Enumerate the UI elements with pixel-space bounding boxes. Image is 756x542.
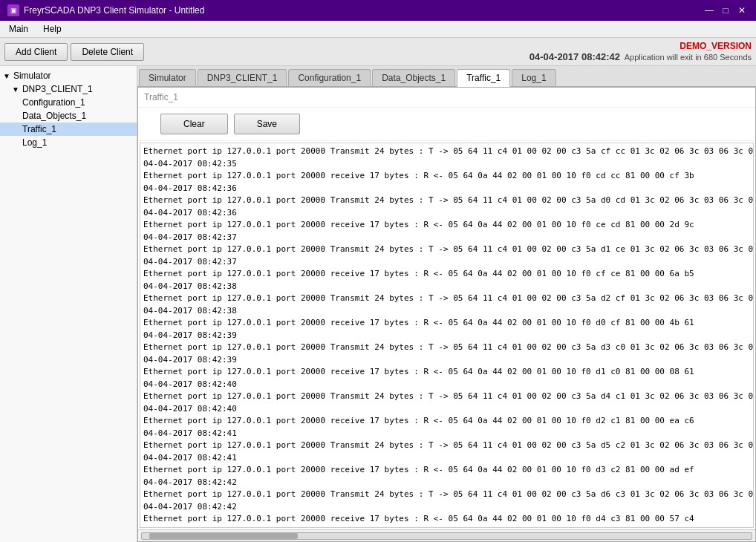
app-icon: ▣	[7, 4, 19, 16]
sidebar-item-label: Traffic_1	[22, 124, 56, 134]
log-entry: Ethernet port ip 127.0.0.1 port 20000 re…	[143, 170, 750, 183]
right-panel: SimulatorDNP3_CLIENT_1Configuration_1Dat…	[137, 66, 756, 542]
window-controls: — □ ✕	[703, 4, 749, 17]
toolbar-datetime: 04-04-2017 08:42:42	[529, 51, 620, 62]
save-button[interactable]: Save	[234, 114, 300, 134]
tab-dnp3-client-1[interactable]: DNP3_CLIENT_1	[198, 69, 287, 86]
log-entry: 04-04-2017 08:42:40	[143, 379, 750, 391]
tab-traffic-1[interactable]: Traffic_1	[457, 69, 510, 87]
delete-client-button[interactable]: Delete Client	[71, 43, 144, 61]
tab-configuration-1[interactable]: Configuration_1	[288, 69, 371, 86]
log-entry: Ethernet port ip 127.0.0.1 port 20000 re…	[143, 513, 750, 526]
log-entry: 04-04-2017 08:42:38	[143, 305, 750, 318]
menu-bar: Main Help	[0, 21, 756, 38]
log-entry: Ethernet port ip 127.0.0.1 port 20000 Tr…	[143, 489, 750, 501]
sidebar-item-data-objects-1[interactable]: Data_Objects_1	[0, 109, 137, 123]
demo-version-label: DEMO_VERSION	[680, 41, 752, 51]
log-entry: Ethernet port ip 127.0.0.1 port 20000 Tr…	[143, 195, 750, 207]
clear-button[interactable]: Clear	[160, 114, 228, 134]
title-bar: ▣ FreyrSCADA DNP3 Client Simulator - Unt…	[0, 0, 756, 21]
tab-data-objects-1[interactable]: Data_Objects_1	[372, 69, 455, 86]
log-entry: Ethernet port ip 127.0.0.1 port 20000 Tr…	[143, 293, 750, 305]
toolbar-buttons: Add Client Delete Client	[4, 43, 144, 61]
tab-bar: SimulatorDNP3_CLIENT_1Configuration_1Dat…	[137, 66, 756, 87]
log-entry: 04-04-2017 08:42:41	[143, 452, 750, 465]
log-entry: 04-04-2017 08:42:36	[143, 183, 750, 195]
log-entry: 04-04-2017 08:42:35	[143, 158, 750, 171]
sidebar-item-label: Configuration_1	[22, 97, 85, 108]
sidebar-item-label: Log_1	[22, 137, 47, 148]
tree-arrow-icon: ▼	[12, 85, 19, 94]
log-entry: 04-04-2017 08:42:41	[143, 428, 750, 440]
log-entry: 04-04-2017 08:42:38	[143, 281, 750, 293]
sidebar-item-label: Data_Objects_1	[22, 111, 86, 121]
log-entry: Ethernet port ip 127.0.0.1 port 20000 Tr…	[143, 244, 750, 256]
scroll-thumb[interactable]	[149, 533, 298, 539]
sidebar-item-configuration-1[interactable]: Configuration_1	[0, 96, 137, 109]
tab-log-1[interactable]: Log_1	[512, 69, 555, 86]
toolbar-time-row: 04-04-2017 08:42:42 Application will exi…	[529, 51, 752, 62]
log-entry: 04-04-2017 08:42:36	[143, 207, 750, 220]
minimize-button[interactable]: —	[703, 4, 716, 17]
sidebar-item-label: Simulator	[13, 71, 51, 81]
tab-simulator[interactable]: Simulator	[139, 69, 196, 86]
window-title: FreyrSCADA DNP3 Client Simulator - Untit…	[24, 5, 204, 16]
horizontal-scrollbar[interactable]	[138, 529, 755, 541]
menu-help[interactable]: Help	[37, 22, 68, 36]
traffic-panel-title: Traffic_1	[138, 88, 755, 108]
log-entry: Ethernet port ip 127.0.0.1 port 20000 Tr…	[143, 440, 750, 452]
log-entry: Ethernet port ip 127.0.0.1 port 20000 re…	[143, 317, 750, 330]
log-entry: Ethernet port ip 127.0.0.1 port 20000 re…	[143, 464, 750, 477]
maximize-button[interactable]: □	[719, 4, 732, 17]
traffic-log[interactable]: Ethernet port ip 127.0.0.1 port 20000 Tr…	[140, 143, 754, 528]
toolbar: Add Client Delete Client DEMO_VERSION 04…	[0, 38, 756, 66]
sidebar-item-log-1[interactable]: Log_1	[0, 136, 137, 149]
log-entry: Ethernet port ip 127.0.0.1 port 20000 re…	[143, 366, 750, 379]
log-entry: 04-04-2017 08:42:37	[143, 256, 750, 269]
add-client-button[interactable]: Add Client	[4, 43, 68, 61]
log-entry: 04-04-2017 08:42:37	[143, 232, 750, 244]
log-entry: 04-04-2017 08:42:42	[143, 501, 750, 514]
log-entry: Ethernet port ip 127.0.0.1 port 20000 re…	[143, 415, 750, 428]
sidebar: ▼Simulator▼DNP3_CLIENT_1Configuration_1D…	[0, 66, 137, 542]
log-entry: Ethernet port ip 127.0.0.1 port 20000 re…	[143, 268, 750, 281]
log-entry: 04-04-2017 08:42:40	[143, 403, 750, 416]
toolbar-info: DEMO_VERSION 04-04-2017 08:42:42 Applica…	[529, 41, 752, 62]
close-button[interactable]: ✕	[735, 4, 749, 17]
menu-main[interactable]: Main	[3, 22, 34, 36]
scroll-track[interactable]	[141, 532, 752, 540]
log-entry: Ethernet port ip 127.0.0.1 port 20000 Tr…	[143, 391, 750, 403]
log-entry: 04-04-2017 08:42:42	[143, 477, 750, 489]
sidebar-item-simulator[interactable]: ▼Simulator	[0, 69, 137, 82]
log-entry: 04-04-2017 08:42:39	[143, 354, 750, 367]
toolbar-exit-msg: Application will exit in 680 Seconds	[622, 53, 752, 62]
log-entry: Ethernet port ip 127.0.0.1 port 20000 Tr…	[143, 342, 750, 354]
sidebar-item-traffic-1[interactable]: Traffic_1	[0, 123, 137, 136]
sidebar-item-label: DNP3_CLIENT_1	[22, 84, 93, 94]
main-content: ▼Simulator▼DNP3_CLIENT_1Configuration_1D…	[0, 66, 756, 542]
title-bar-left: ▣ FreyrSCADA DNP3 Client Simulator - Unt…	[7, 4, 204, 16]
tree-arrow-icon: ▼	[3, 72, 10, 80]
log-entry: 04-04-2017 08:42:39	[143, 330, 750, 342]
log-entry: Ethernet port ip 127.0.0.1 port 20000 re…	[143, 219, 750, 232]
traffic-panel: Traffic_1 Clear Save Ethernet port ip 12…	[137, 87, 756, 542]
log-entry: Ethernet port ip 127.0.0.1 port 20000 Tr…	[143, 146, 750, 158]
sidebar-item-dnp3-client-1[interactable]: ▼DNP3_CLIENT_1	[0, 82, 137, 96]
traffic-buttons: Clear Save	[138, 108, 755, 141]
